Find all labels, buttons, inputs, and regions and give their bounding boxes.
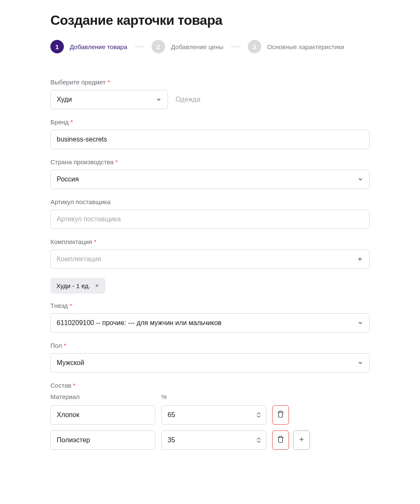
- country-value: Россия: [57, 176, 79, 183]
- bundle-input[interactable]: [50, 249, 370, 269]
- bundle-field[interactable]: [57, 255, 357, 263]
- close-icon[interactable]: [94, 282, 100, 289]
- country-label: Страна производства *: [50, 158, 370, 165]
- step-2-number: 2: [152, 40, 165, 53]
- tnved-value: 6110209100 -- прочие: --- для мужчин или…: [57, 319, 221, 327]
- step-1[interactable]: 1 Добавление товара: [50, 40, 127, 53]
- brand-field[interactable]: [57, 136, 363, 143]
- page-title: Создание карточки товара: [50, 13, 370, 28]
- brand-label: Бренд *: [50, 118, 370, 126]
- subject-label: Выберите предмет *: [50, 79, 370, 86]
- gender-select[interactable]: Мужской: [50, 353, 370, 373]
- supplier-sku-label: Артикул поставщика: [50, 198, 370, 205]
- supplier-sku-field[interactable]: [57, 215, 363, 223]
- bundle-chip: Худи - 1 ед.: [50, 278, 105, 294]
- chevron-down-icon: [357, 176, 363, 182]
- plus-icon[interactable]: [357, 256, 363, 262]
- material-input[interactable]: [50, 405, 155, 425]
- percent-input[interactable]: [161, 430, 266, 450]
- step-1-number: 1: [50, 40, 64, 53]
- composition-col-percent: %: [161, 393, 266, 400]
- add-row-button[interactable]: [293, 430, 310, 450]
- trash-icon: [277, 436, 284, 445]
- step-3-number: 3: [248, 40, 261, 53]
- delete-row-button[interactable]: [272, 430, 289, 450]
- percent-field-1[interactable]: [168, 436, 260, 444]
- percent-field-0[interactable]: [168, 411, 260, 419]
- gender-label: Пол *: [50, 342, 370, 349]
- composition-row: [50, 405, 370, 425]
- delete-row-button[interactable]: [272, 405, 289, 425]
- wizard-stepper: 1 Добавление товара 2 Добавление цены 3 …: [50, 40, 370, 53]
- gender-value: Мужской: [57, 359, 84, 367]
- chevron-down-icon: [156, 97, 162, 102]
- country-select[interactable]: Россия: [50, 170, 370, 189]
- subject-hint: Одежда: [176, 96, 200, 103]
- step-3-label: Основные характеристики: [267, 43, 344, 50]
- tnved-label: Тнвэд *: [50, 302, 370, 309]
- material-field-0[interactable]: [57, 411, 149, 419]
- number-stepper[interactable]: [257, 438, 262, 443]
- step-1-label: Добавление товара: [70, 43, 127, 50]
- step-separator: [135, 47, 144, 47]
- composition-row: [50, 430, 370, 450]
- composition-label: Состав *: [50, 382, 370, 389]
- plus-icon: [298, 436, 305, 444]
- material-field-1[interactable]: [57, 436, 149, 444]
- bundle-chip-label: Худи - 1 ед.: [56, 282, 90, 289]
- material-input[interactable]: [50, 430, 155, 450]
- supplier-sku-input[interactable]: [50, 210, 370, 229]
- subject-select[interactable]: Худи: [50, 90, 168, 109]
- chevron-down-icon: [357, 320, 363, 326]
- brand-input[interactable]: [50, 130, 370, 149]
- trash-icon: [277, 410, 284, 420]
- percent-input[interactable]: [161, 405, 266, 425]
- subject-value: Худи: [57, 96, 72, 103]
- chevron-down-icon: [357, 360, 363, 366]
- step-3[interactable]: 3 Основные характеристики: [248, 40, 344, 53]
- step-2[interactable]: 2 Добавление цены: [152, 40, 223, 53]
- number-stepper[interactable]: [257, 412, 262, 418]
- tnved-select[interactable]: 6110209100 -- прочие: --- для мужчин или…: [50, 313, 370, 333]
- step-separator: [231, 47, 240, 47]
- composition-col-material: Материал: [50, 393, 155, 400]
- bundle-label: Комплектация *: [50, 238, 370, 245]
- step-2-label: Добавление цены: [171, 43, 223, 50]
